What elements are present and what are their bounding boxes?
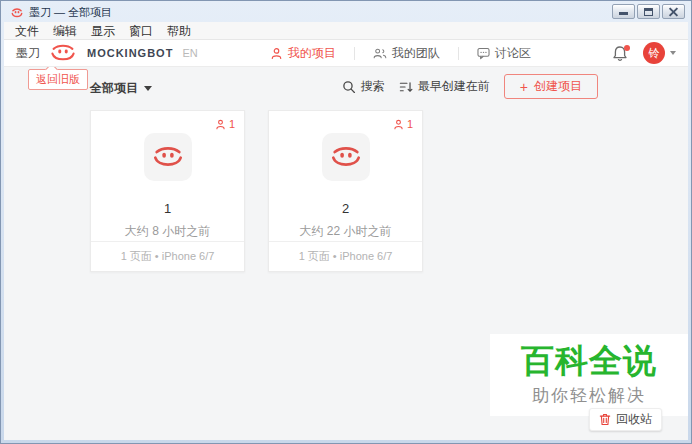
sort-icon (399, 80, 413, 94)
menubar: 文件 编辑 显示 窗口 帮助 (4, 22, 688, 40)
mockingbot-face-icon (151, 145, 185, 169)
project-time: 大约 8 小时之前 (91, 223, 244, 240)
watermark-overlay: 百科全说 助你轻松解决 (490, 334, 688, 416)
search-button[interactable]: 搜索 (342, 78, 385, 95)
minimize-button[interactable] (612, 4, 635, 19)
tab-my-projects[interactable]: 我的项目 (270, 45, 336, 62)
notification-dot (624, 45, 630, 51)
window-controls (610, 4, 685, 19)
maximize-button[interactable] (637, 4, 660, 19)
project-meta: 1 页面 • iPhone 6/7 (91, 241, 244, 271)
project-name: 1 (91, 201, 244, 216)
plus-icon: + (520, 80, 528, 94)
menu-help[interactable]: 帮助 (160, 22, 198, 40)
window-title: 墨刀 — 全部项目 (29, 5, 112, 20)
mockingbot-face-icon (329, 145, 363, 169)
project-card-1[interactable]: 1 1 大约 8 小时之前 1 页面 • iPhone 6/7 (90, 110, 245, 272)
chevron-down-icon[interactable] (670, 51, 676, 55)
project-card-2[interactable]: 1 2 大约 22 小时之前 1 页面 • iPhone 6/7 (268, 110, 423, 272)
search-label: 搜索 (361, 78, 385, 95)
minimize-icon (619, 12, 628, 15)
close-button[interactable] (662, 4, 685, 19)
create-project-label: 创建项目 (534, 78, 582, 95)
project-thumbnail (322, 133, 370, 181)
project-time: 大约 22 小时之前 (269, 223, 422, 240)
mockingbot-logo-icon[interactable] (48, 43, 78, 63)
tab-label: 讨论区 (495, 45, 531, 62)
trash-icon (599, 413, 611, 426)
sort-dropdown[interactable]: 最早创建在前 (399, 78, 490, 95)
tab-label: 我的团队 (392, 45, 440, 62)
menu-window[interactable]: 窗口 (122, 22, 160, 40)
content-area: 返回旧版 全部项目 搜索 最 (4, 67, 688, 440)
header-right: 铃 (612, 42, 676, 64)
project-name: 2 (269, 201, 422, 216)
watermark-subtitle: 助你轻松解决 (532, 384, 646, 407)
member-count: 1 (229, 118, 235, 130)
caret-down-icon (144, 86, 152, 91)
member-icon (393, 119, 404, 130)
speech-bubble-icon (477, 47, 490, 60)
create-project-button[interactable]: + 创建项目 (504, 74, 598, 99)
brand-name-en: MOCKINGBOT (87, 47, 173, 59)
tab-my-teams[interactable]: 我的团队 (373, 45, 440, 62)
search-icon (342, 80, 356, 94)
tab-discussion[interactable]: 讨论区 (477, 45, 531, 62)
member-count-badge: 1 (393, 118, 413, 130)
member-count-badge: 1 (215, 118, 235, 130)
brand-name-cn: 墨刀 (16, 45, 40, 62)
person-icon (270, 47, 283, 60)
recycle-bin-button[interactable]: 回收站 (589, 408, 662, 431)
team-icon (373, 47, 387, 60)
maximize-icon (644, 8, 653, 16)
tab-label: 我的项目 (288, 45, 336, 62)
member-icon (215, 119, 226, 130)
titlebar[interactable]: 墨刀 — 全部项目 (4, 1, 688, 22)
menu-file[interactable]: 文件 (8, 22, 46, 40)
project-meta: 1 页面 • iPhone 6/7 (269, 241, 422, 271)
filter-label: 全部项目 (90, 80, 138, 97)
app-icon (10, 6, 24, 20)
divider (458, 47, 459, 60)
back-to-old-version-button[interactable]: 返回旧版 (28, 69, 88, 90)
app-window: 墨刀 — 全部项目 文件 编辑 显示 窗口 帮助 墨刀 MOCKINGBOT (0, 0, 692, 444)
member-count: 1 (407, 118, 413, 130)
divider (354, 47, 355, 60)
project-filter-dropdown[interactable]: 全部项目 (90, 80, 152, 97)
toolbar-right: 搜索 最早创建在前 + 创建项目 (342, 74, 598, 99)
notification-bell-icon[interactable] (612, 45, 628, 62)
language-switch[interactable]: EN (182, 47, 197, 59)
recycle-bin-label: 回收站 (616, 411, 652, 428)
project-thumbnail (144, 133, 192, 181)
menu-edit[interactable]: 编辑 (46, 22, 84, 40)
header-tabs: 我的项目 我的团队 (270, 45, 531, 62)
avatar[interactable]: 铃 (643, 42, 665, 64)
app-header: 墨刀 MOCKINGBOT EN 我的项目 (4, 40, 688, 67)
sort-label: 最早创建在前 (418, 78, 490, 95)
menu-view[interactable]: 显示 (84, 22, 122, 40)
watermark-title: 百科全说 (521, 343, 657, 379)
